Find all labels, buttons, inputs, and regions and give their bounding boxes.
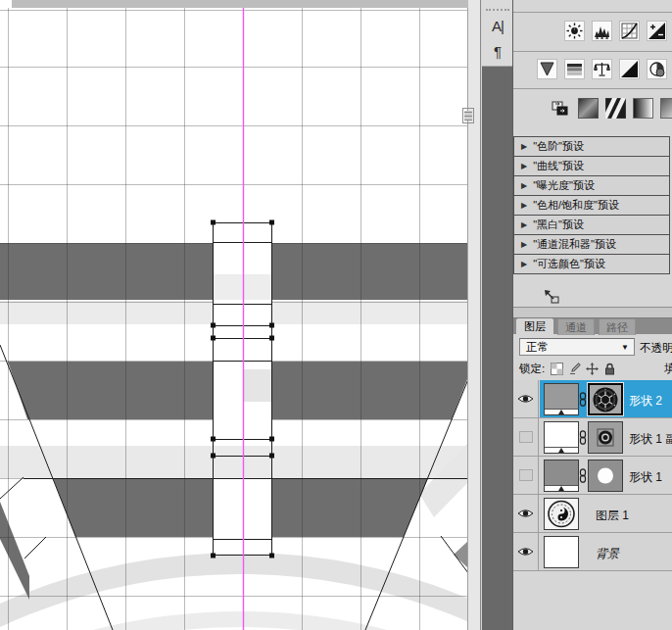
adjustment-icons-row2 bbox=[537, 59, 667, 79]
layer-row-shape2[interactable]: 形状 2 bbox=[513, 380, 672, 418]
preset-levels[interactable]: ▶"色阶"预设 bbox=[513, 136, 670, 157]
expand-triangle-icon: ▶ bbox=[521, 240, 527, 249]
divider bbox=[513, 12, 672, 13]
preset-exposure[interactable]: ▶"曝光度"预设 bbox=[513, 175, 670, 196]
return-to-adjustment-list-icon[interactable] bbox=[543, 288, 560, 304]
layers-panel-tabs: 图层 通道 路径 bbox=[513, 317, 672, 334]
eye-icon bbox=[517, 393, 534, 405]
canvas-artwork bbox=[0, 0, 468, 630]
brightness-contrast-icon[interactable] bbox=[564, 21, 585, 41]
gradient-map-icon[interactable] bbox=[578, 97, 599, 118]
preset-label: "曲线"预设 bbox=[533, 159, 584, 173]
channel-mixer-icon[interactable] bbox=[551, 97, 571, 118]
tab-layers[interactable]: 图层 bbox=[516, 318, 553, 335]
preset-label: "色阶"预设 bbox=[533, 139, 584, 154]
layer-row-image1[interactable]: 图层 1 bbox=[513, 495, 672, 533]
paragraph-panel-icon[interactable]: ¶ bbox=[485, 41, 510, 63]
panel-dock: A| ¶ bbox=[482, 0, 513, 630]
blend-mode-value: 正常 bbox=[520, 340, 621, 355]
layer-name: 形状 2 bbox=[629, 393, 662, 410]
scroll-grip[interactable] bbox=[462, 108, 474, 123]
link-icon bbox=[579, 468, 587, 483]
black-white-icon[interactable] bbox=[619, 59, 640, 79]
window-gutter bbox=[468, 0, 481, 630]
lock-label: 锁定: bbox=[519, 362, 545, 376]
preset-label: "通道混和器"预设 bbox=[533, 237, 616, 252]
expand-triangle-icon: ▶ bbox=[521, 142, 527, 151]
layer-list: 形状 2 形状 1 副本 形状 1 bbox=[513, 380, 672, 571]
layer-row-shape1[interactable]: 形状 1 bbox=[513, 457, 672, 495]
eye-empty-well bbox=[519, 469, 533, 481]
vector-mask-thumbnail[interactable] bbox=[588, 421, 623, 454]
fill-label: 填充 bbox=[664, 362, 672, 376]
layer-row-shape1-copy[interactable]: 形状 1 副本 bbox=[513, 418, 672, 457]
document-canvas[interactable] bbox=[0, 0, 468, 630]
layer-thumbnail[interactable] bbox=[544, 536, 579, 568]
layer-thumbnail[interactable] bbox=[544, 383, 579, 415]
preset-label: "曝光度"预设 bbox=[533, 178, 595, 193]
exposure-icon[interactable] bbox=[647, 21, 667, 41]
lock-transparency-icon[interactable] bbox=[551, 363, 563, 375]
blend-mode-select[interactable]: 正常 ▼ bbox=[519, 338, 635, 356]
preset-label: "黑白"预设 bbox=[533, 218, 584, 232]
preset-label: "色相/饱和度"预设 bbox=[533, 198, 619, 213]
layer-name: 背景 bbox=[596, 546, 619, 562]
panel-header-strip bbox=[513, 308, 672, 317]
adjustment-icons-row3 bbox=[551, 97, 672, 118]
selective-color-icon[interactable] bbox=[605, 97, 626, 118]
expand-triangle-icon: ▶ bbox=[521, 201, 527, 210]
curves-icon[interactable] bbox=[619, 21, 640, 41]
layer-thumbnail[interactable] bbox=[544, 498, 579, 530]
link-icon bbox=[579, 430, 587, 445]
vibrance-icon[interactable] bbox=[537, 59, 557, 79]
divider bbox=[513, 88, 672, 89]
layer-name: 形状 1 bbox=[629, 469, 662, 486]
lock-pixels-icon[interactable] bbox=[568, 363, 581, 375]
opacity-label: 不透明度 bbox=[640, 341, 672, 356]
hue-saturation-icon[interactable] bbox=[564, 59, 585, 79]
vector-mask-thumbnail[interactable] bbox=[588, 383, 623, 415]
layer-thumbnail[interactable] bbox=[544, 460, 579, 492]
lock-position-icon[interactable] bbox=[586, 363, 599, 375]
expand-triangle-icon: ▶ bbox=[521, 162, 527, 170]
layer-row-background[interactable]: 背景 bbox=[513, 533, 672, 571]
posterize-icon[interactable] bbox=[660, 97, 672, 118]
canvas-top-edge bbox=[12, 0, 468, 8]
preset-hue-saturation[interactable]: ▶"色相/饱和度"预设 bbox=[513, 195, 670, 216]
layer-thumbnail[interactable] bbox=[544, 421, 579, 454]
tab-paths[interactable]: 路径 bbox=[599, 318, 636, 335]
tab-channels[interactable]: 通道 bbox=[557, 318, 595, 335]
expand-triangle-icon: ▶ bbox=[521, 260, 527, 268]
preset-curves[interactable]: ▶"曲线"预设 bbox=[513, 156, 670, 176]
vector-mask-thumbnail[interactable] bbox=[588, 460, 623, 492]
dock-drag-handle[interactable] bbox=[486, 9, 509, 11]
lock-row: 锁定: bbox=[519, 362, 616, 375]
color-balance-icon[interactable] bbox=[592, 59, 612, 79]
visibility-toggle[interactable] bbox=[513, 457, 539, 494]
collapsed-panel-dock: A| ¶ bbox=[482, 0, 512, 67]
preset-list: ▶"色阶"预设 ▶"曲线"预设 ▶"曝光度"预设 ▶"色相/饱和度"预设 ▶"黑… bbox=[513, 137, 672, 274]
visibility-toggle[interactable] bbox=[513, 495, 539, 532]
eye-empty-well bbox=[519, 431, 533, 443]
preset-channel-mixer[interactable]: ▶"通道混和器"预设 bbox=[513, 234, 670, 255]
eye-icon bbox=[517, 508, 534, 519]
adjustment-icons-row1 bbox=[564, 21, 667, 41]
chevron-down-icon: ▼ bbox=[621, 343, 634, 352]
lock-all-icon[interactable] bbox=[603, 363, 616, 375]
character-panel-icon[interactable]: A| bbox=[485, 16, 510, 37]
photo-filter-icon[interactable] bbox=[647, 59, 667, 79]
preset-selective-color[interactable]: ▶"可选颜色"预设 bbox=[513, 254, 670, 274]
preset-label: "可选颜色"预设 bbox=[533, 257, 605, 271]
gradient-icon[interactable] bbox=[633, 97, 653, 118]
preset-black-white[interactable]: ▶"黑白"预设 bbox=[513, 215, 670, 235]
eye-icon bbox=[517, 546, 534, 557]
levels-icon[interactable] bbox=[592, 21, 612, 41]
layer-name: 形状 1 副本 bbox=[629, 431, 672, 448]
visibility-toggle[interactable] bbox=[513, 418, 539, 456]
visibility-toggle[interactable] bbox=[513, 380, 539, 417]
divider bbox=[513, 51, 672, 52]
adjustments-and-layers-panel: ▶"色阶"预设 ▶"曲线"预设 ▶"曝光度"预设 ▶"色相/饱和度"预设 ▶"黑… bbox=[513, 0, 672, 630]
visibility-toggle[interactable] bbox=[513, 533, 539, 570]
expand-triangle-icon: ▶ bbox=[521, 220, 527, 229]
layer-name: 图层 1 bbox=[596, 508, 629, 524]
